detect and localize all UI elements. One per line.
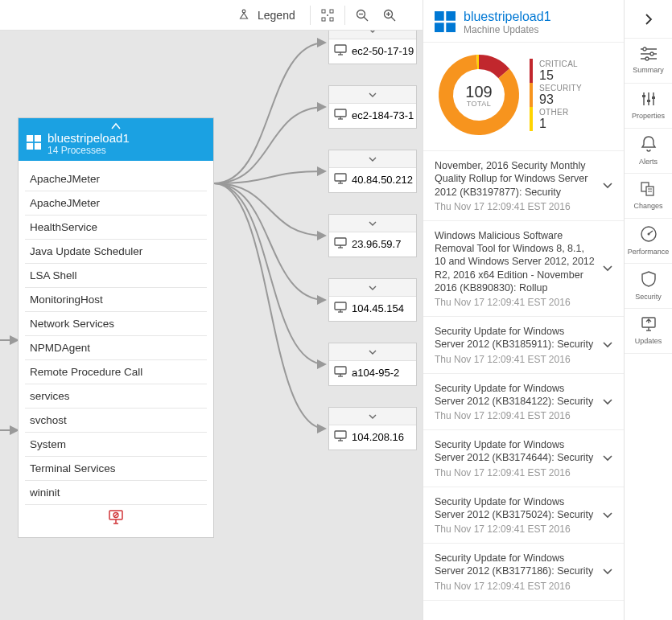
- donut-chart: 109 TOTAL: [435, 51, 523, 139]
- expand-icon[interactable]: [329, 86, 416, 104]
- expand-icon[interactable]: [329, 215, 416, 232]
- machine-card[interactable]: bluestripeload1 14 Processes ApacheJMete…: [18, 117, 214, 538]
- windows-icon: [435, 11, 456, 35]
- changes-icon: [641, 182, 657, 199]
- update-title: Security Update for Windows Server 2012 …: [435, 552, 595, 578]
- zoom-out-button[interactable]: [348, 2, 376, 29]
- remote-node-label: ec2-50-17-19: [352, 45, 414, 57]
- rail-alerts[interactable]: Alerts: [625, 129, 672, 174]
- expand-button[interactable]: [625, 0, 672, 39]
- zoom-in-button[interactable]: [376, 2, 403, 29]
- details-title: bluestripeload1: [464, 10, 551, 24]
- svg-rect-16: [35, 142, 41, 149]
- process-item[interactable]: Terminal Services: [25, 457, 207, 481]
- chevron-down-icon: [603, 565, 612, 577]
- remote-node[interactable]: ec2-184-73-1: [328, 85, 417, 129]
- process-item[interactable]: Java Update Scheduler: [25, 240, 207, 264]
- fit-to-screen-button[interactable]: [314, 2, 341, 29]
- svg-line-12: [391, 17, 395, 21]
- monitor-icon: [334, 430, 347, 444]
- legend-value-security: 93: [539, 92, 582, 107]
- legend-label-other: OTHER: [539, 108, 569, 117]
- update-time: Thu Nov 17 12:09:41 EST 2016: [435, 524, 595, 535]
- svg-rect-34: [335, 302, 346, 310]
- svg-rect-3: [322, 18, 325, 21]
- update-item[interactable]: Security Update for Windows Server 2012 …: [423, 317, 624, 374]
- updates-summary: 109 TOTAL CRITICAL 15 SECURITY 93: [423, 43, 624, 150]
- update-item[interactable]: Security Update for Windows Server 2012 …: [423, 487, 624, 544]
- monitor-icon: [334, 366, 347, 380]
- rail-label: Properties: [632, 112, 665, 120]
- update-title: Security Update for Windows Server 2012 …: [435, 382, 595, 409]
- svg-rect-56: [642, 95, 645, 97]
- rail-summary[interactable]: Summary: [625, 39, 672, 84]
- svg-rect-57: [647, 100, 650, 102]
- legend-label-security: SECURITY: [539, 84, 582, 92]
- monitor-icon: [334, 237, 347, 251]
- update-item[interactable]: November, 2016 Security Monthly Quality …: [423, 151, 624, 221]
- rail-label: Changes: [633, 202, 662, 210]
- process-item[interactable]: MonitoringHost: [25, 288, 207, 312]
- process-item[interactable]: svchost: [25, 409, 207, 433]
- process-list: ApacheJMeterApacheJMeterHealthServiceJav…: [19, 161, 213, 537]
- details-subtitle: Machine Updates: [464, 24, 551, 35]
- update-item[interactable]: Windows Malicious Software Removal Tool …: [423, 221, 624, 317]
- remote-node-label: 104.45.154: [352, 302, 404, 314]
- remote-node[interactable]: a104-95-2: [328, 343, 417, 386]
- update-title: November, 2016 Security Monthly Quality …: [435, 159, 595, 199]
- monitor-icon: [334, 302, 347, 315]
- remote-node[interactable]: 104.45.154: [328, 278, 417, 322]
- remote-node[interactable]: 23.96.59.7: [328, 214, 417, 257]
- legend-button[interactable]: Legend: [225, 6, 307, 23]
- remote-node-label: 40.84.50.212: [352, 174, 413, 186]
- svg-rect-2: [330, 10, 333, 13]
- update-time: Thu Nov 17 12:09:41 EST 2016: [435, 410, 595, 421]
- legend-color-security: [530, 83, 533, 107]
- svg-rect-44: [446, 11, 456, 21]
- side-rail: SummaryPropertiesAlertsChangesPerformanc…: [624, 0, 672, 620]
- expand-icon[interactable]: [329, 408, 416, 425]
- process-item[interactable]: Network Services: [25, 312, 207, 336]
- map-canvas[interactable]: bluestripeload1 14 Processes ApacheJMete…: [0, 31, 423, 620]
- summary-icon: [641, 47, 657, 64]
- process-item[interactable]: HealthService: [25, 216, 207, 240]
- expand-icon[interactable]: [329, 279, 416, 297]
- rail-updates[interactable]: Updates: [625, 309, 672, 354]
- remote-node-label: a104-95-2: [352, 367, 399, 379]
- update-time: Thu Nov 17 12:09:41 EST 2016: [435, 297, 595, 308]
- svg-rect-4: [330, 18, 333, 21]
- rail-properties[interactable]: Properties: [625, 84, 672, 129]
- legend-value-critical: 15: [539, 68, 578, 83]
- process-item[interactable]: Remote Procedure Call: [25, 360, 207, 384]
- process-item[interactable]: wininit: [25, 481, 207, 505]
- process-item[interactable]: services: [25, 384, 207, 409]
- remote-node-label: 104.208.16: [352, 431, 404, 443]
- remote-node[interactable]: 40.84.50.212: [328, 150, 417, 193]
- expand-icon[interactable]: [329, 150, 416, 168]
- rail-security[interactable]: Security: [625, 264, 672, 309]
- svg-line-21: [114, 514, 117, 517]
- rail-performance[interactable]: Performance: [625, 219, 672, 264]
- process-item[interactable]: ApacheJMeter: [25, 191, 207, 216]
- process-item[interactable]: NPMDAgent: [25, 336, 207, 360]
- rail-changes[interactable]: Changes: [625, 174, 672, 219]
- update-title: Windows Malicious Software Removal Tool …: [435, 229, 595, 294]
- process-item[interactable]: LSA Shell: [25, 264, 207, 288]
- update-item[interactable]: Security Update for Windows Server 2012 …: [423, 374, 624, 431]
- update-time: Thu Nov 17 12:09:41 EST 2016: [435, 467, 595, 478]
- chevron-down-icon: [603, 396, 612, 408]
- svg-rect-15: [27, 142, 33, 149]
- remote-node[interactable]: 104.208.16: [328, 407, 417, 450]
- svg-rect-13: [27, 135, 33, 142]
- windows-icon: [27, 135, 41, 153]
- svg-rect-46: [446, 23, 456, 32]
- monitor-icon: [334, 173, 347, 187]
- collapse-icon[interactable]: [27, 123, 205, 129]
- details-panel: bluestripeload1 Machine Updates 109 TOTA…: [423, 0, 624, 620]
- process-item[interactable]: System: [25, 433, 207, 457]
- error-indicator-icon[interactable]: [25, 510, 207, 528]
- expand-icon[interactable]: [329, 343, 416, 361]
- update-item[interactable]: Security Update for Windows Server 2012 …: [423, 544, 624, 601]
- update-item[interactable]: Security Update for Windows Server 2012 …: [423, 430, 624, 487]
- process-item[interactable]: ApacheJMeter: [25, 167, 207, 191]
